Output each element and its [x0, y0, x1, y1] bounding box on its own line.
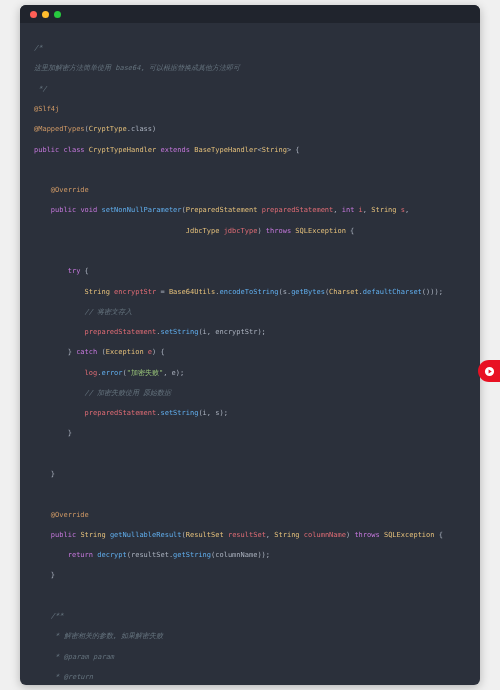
keyword: int — [342, 206, 355, 214]
type: String — [274, 531, 299, 539]
comment: */ — [34, 85, 47, 93]
param: preparedStatement — [262, 206, 334, 214]
comment: // 加密失败使用 原始数据 — [85, 389, 172, 397]
type: CryptTypeHandler — [89, 146, 156, 154]
comment: 这里加解密方法简单使用 base64, 可以根据替换成其他方法即可 — [34, 64, 240, 72]
annotation: @MappedTypes — [34, 125, 85, 133]
method: setString — [160, 328, 198, 336]
minimize-icon[interactable] — [42, 11, 49, 18]
keyword: catch — [76, 348, 97, 356]
type: Exception — [106, 348, 144, 356]
method: defaultCharset — [363, 288, 422, 296]
param: columnName — [304, 531, 346, 539]
keyword: class — [64, 146, 85, 154]
param: resultSet — [228, 531, 266, 539]
type: JdbcType — [186, 227, 220, 235]
code-editor-window: /* 这里加解密方法简单使用 base64, 可以根据替换成其他方法即可 */ … — [20, 5, 480, 685]
annotation: @Override — [51, 186, 89, 194]
keyword: void — [80, 206, 97, 214]
keyword: throws — [354, 531, 379, 539]
window-title-bar — [20, 5, 480, 23]
method: getNullableResult — [110, 531, 182, 539]
keyword: try — [68, 267, 81, 275]
maximize-icon[interactable] — [54, 11, 61, 18]
play-circle-icon — [484, 366, 495, 377]
type: Base64Utils — [169, 288, 215, 296]
type: Charset — [329, 288, 359, 296]
type: String — [262, 146, 287, 154]
type: PreparedStatement — [186, 206, 258, 214]
keyword: extends — [160, 146, 190, 154]
method: getString — [173, 551, 211, 559]
method: encodeToString — [219, 288, 278, 296]
var: preparedStatement — [85, 409, 157, 417]
keyword: public — [51, 206, 76, 214]
var: encryptStr — [114, 288, 156, 296]
comment: * 解密相关的参数, 如果解密失败 — [51, 632, 163, 640]
keyword: public — [34, 146, 59, 154]
annotation: @Override — [51, 511, 89, 519]
type: String — [85, 288, 110, 296]
type: SQLException — [384, 531, 435, 539]
side-badge[interactable] — [478, 360, 500, 382]
type: SQLException — [295, 227, 346, 235]
code-area: /* 这里加解密方法简单使用 base64, 可以根据替换成其他方法即可 */ … — [20, 23, 480, 685]
method: decrypt — [97, 551, 127, 559]
string: "加密失败" — [127, 369, 163, 377]
keyword: throws — [266, 227, 291, 235]
type: String — [80, 531, 105, 539]
close-icon[interactable] — [30, 11, 37, 18]
param: jdbcType — [224, 227, 258, 235]
method: setString — [160, 409, 198, 417]
type: String — [371, 206, 396, 214]
var: log — [85, 369, 98, 377]
keyword: public — [51, 531, 76, 539]
comment: /* — [34, 44, 42, 52]
comment: // 将密文存入 — [85, 308, 133, 316]
method: getBytes — [291, 288, 325, 296]
comment: * @return — [51, 673, 93, 681]
annotation: @Slf4j — [34, 105, 59, 113]
var: preparedStatement — [85, 328, 157, 336]
method: error — [101, 369, 122, 377]
type: ResultSet — [186, 531, 224, 539]
type: BaseTypeHandler — [194, 146, 257, 154]
type: CryptType — [89, 125, 127, 133]
comment: * @param param — [51, 653, 114, 661]
method: setNonNullParameter — [101, 206, 181, 214]
keyword: return — [68, 551, 93, 559]
text: .class — [127, 125, 152, 133]
comment: /** — [51, 612, 64, 620]
